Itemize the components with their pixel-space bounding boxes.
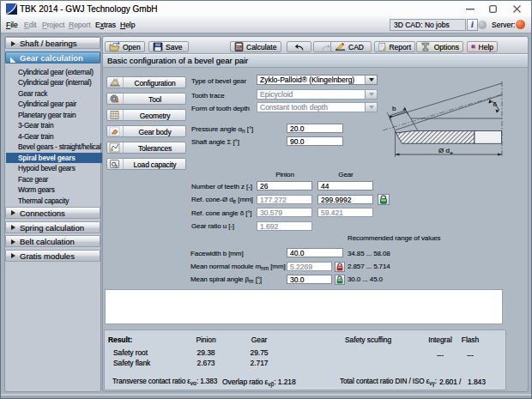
svg-text:b: b xyxy=(392,105,396,112)
svg-text:Ø d: Ø d xyxy=(438,147,450,154)
svg-text:e: e xyxy=(450,150,454,155)
svg-text:δ: δ xyxy=(493,100,498,108)
